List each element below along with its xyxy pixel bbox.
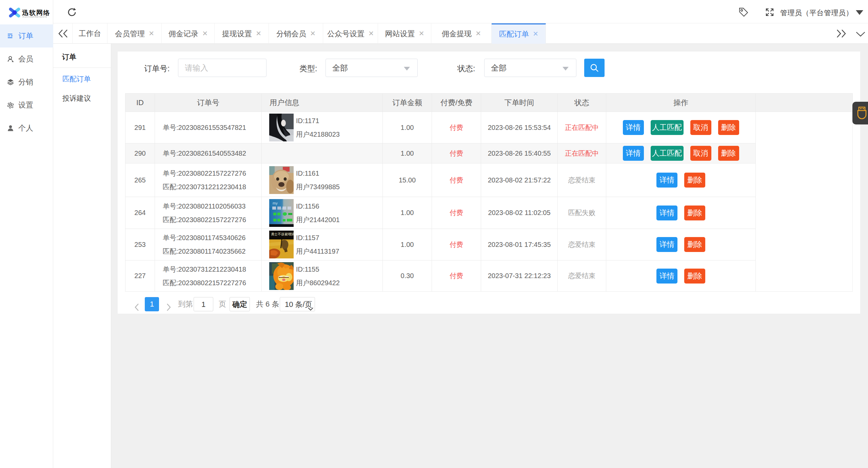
svg-text:my: my [273, 201, 278, 205]
svg-text:勇士不该被嘲笑: 勇士不该被嘲笑 [271, 232, 294, 236]
